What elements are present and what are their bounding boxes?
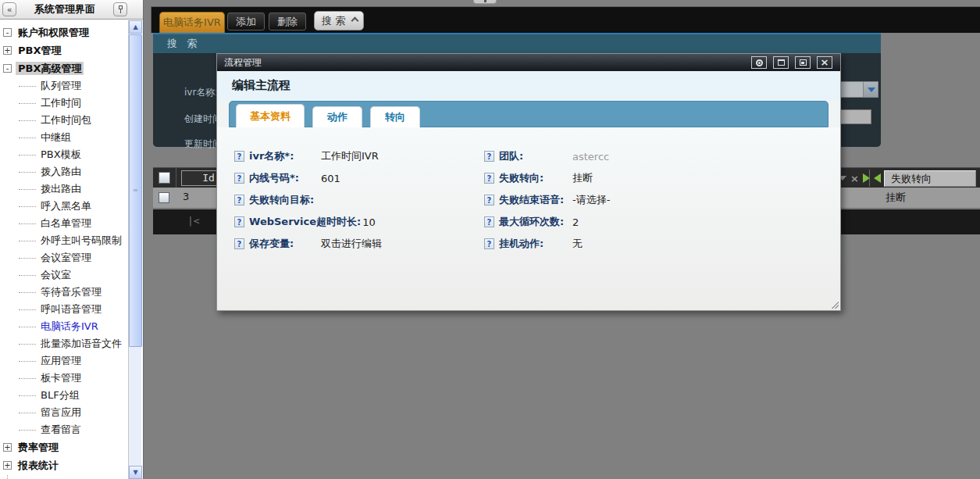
sidebar-item-blf-group[interactable]: BLF分组 <box>0 387 143 404</box>
field-fail-redirect: ? 失败转向: 挂断 <box>484 170 593 187</box>
sidebar-item-app-mgmt[interactable]: 应用管理 <box>0 352 143 370</box>
field-save-variables: ? 保存变量: 双击进行编辑 <box>234 235 382 252</box>
process-management-dialog: 流程管理 × 编辑主流程 基本资料 动作 转向 ? ivr名称*: 工作时间IV… <box>216 53 841 311</box>
collapse-left-icon: « <box>7 5 12 15</box>
help-icon[interactable]: ? <box>484 173 494 184</box>
field-max-loop-count: ? 最大循环次数: 2 <box>484 213 579 231</box>
tree-node-pbx-advanced[interactable]: - PBX高级管理 <box>0 59 143 77</box>
tab-redirect[interactable]: 转向 <box>370 106 420 127</box>
tree-node-accounts[interactable]: - 账户和权限管理 <box>0 23 143 41</box>
sidebar-item-batch-voice-files[interactable]: 批量添加语音文件 <box>0 335 143 352</box>
tree-node-rate-mgmt[interactable]: + 费率管理 <box>0 438 143 456</box>
sidebar-title: 系统管理界面 <box>16 2 113 16</box>
basic-info-form: ? ivr名称*: 工作时间IVR ? 内线号码*: 601 ? 失败转向目标:… <box>217 127 840 310</box>
column-drag-tools: × <box>839 168 870 188</box>
field-extension-number: ? 内线号码*: 601 <box>234 170 340 187</box>
column-header-fail-redirect[interactable]: 失败转向 <box>884 170 976 187</box>
tree-node-report-stats[interactable]: + 报表统计 <box>0 456 143 474</box>
field-webservice-timeout: ? WebService超时时长: 10 <box>234 213 376 231</box>
sidebar-item-queue-mgmt[interactable]: 队列管理 <box>0 77 143 95</box>
search-field-label-ivr-name: ivr名称: <box>184 86 218 99</box>
sidebar-header: « 系统管理界面 <box>0 0 143 20</box>
search-panel-title: 搜 索 <box>153 33 881 53</box>
sidebar-item-moh-mgmt[interactable]: 等待音乐管理 <box>0 284 143 301</box>
tree-minus-icon[interactable]: - <box>3 64 12 73</box>
sidebar-item-voice-mgmt[interactable]: 呼叫语音管理 <box>0 301 143 318</box>
close-button[interactable]: × <box>817 56 832 69</box>
column-divider <box>869 170 870 187</box>
chevron-down-icon[interactable] <box>863 82 878 97</box>
field-hangup-action: ? 挂机动作: 无 <box>484 235 583 252</box>
delete-button[interactable]: 删除 <box>269 13 306 30</box>
scroll-up-icon[interactable]: ▲ <box>129 20 142 34</box>
help-icon[interactable]: ? <box>234 238 244 249</box>
field-fail-redirect-target: ? 失败转向目标: <box>234 191 321 209</box>
sidebar-item-card-mgmt[interactable]: 板卡管理 <box>0 370 143 387</box>
help-icon[interactable]: ? <box>484 216 494 227</box>
row-checkbox[interactable] <box>159 192 169 203</box>
tree-plus-icon[interactable]: + <box>3 46 12 55</box>
help-icon[interactable]: ? <box>234 216 244 227</box>
cell-fail-redirect: 挂断 <box>886 191 906 205</box>
tree-node-pbx[interactable]: + PBX管理 <box>0 41 143 59</box>
sidebar-item-work-time[interactable]: 工作时间 <box>0 95 143 112</box>
sidebar-item-work-time-pack[interactable]: 工作时间包 <box>0 112 143 129</box>
help-icon[interactable]: ? <box>234 151 244 162</box>
tree-minus-icon[interactable]: - <box>3 28 12 37</box>
add-button[interactable]: 添加 <box>227 13 265 30</box>
sidebar-item-view-voicemail[interactable]: 查看留言 <box>0 421 143 438</box>
collapse-icon <box>756 59 763 66</box>
tree-plus-icon[interactable]: + <box>3 443 12 452</box>
sidebar-item-whitelist[interactable]: 白名单管理 <box>0 215 143 232</box>
scroll-grip-icon: ≡ <box>133 188 138 194</box>
sidebar-pin-button[interactable] <box>113 2 127 16</box>
maximize-button[interactable] <box>773 56 789 69</box>
sidebar-item-conference-mgmt[interactable]: 会议室管理 <box>0 249 143 266</box>
tree-plus-icon[interactable]: + <box>3 461 12 470</box>
sidebar-item-outbound-route[interactable]: 拨出路由 <box>0 181 143 198</box>
help-icon[interactable]: ? <box>234 173 244 184</box>
column-divider <box>176 168 176 188</box>
help-icon[interactable]: ? <box>484 151 494 162</box>
sidebar-collapse-button[interactable]: « <box>2 2 16 16</box>
sidebar: « 系统管理界面 - 账户和权限管理 + PBX管理 - PBX高级管理 队列管… <box>0 0 144 479</box>
help-icon[interactable]: ? <box>484 238 494 249</box>
dialog-body: 编辑主流程 基本资料 动作 转向 ? ivr名称*: 工作时间IVR ? 内线号… <box>217 71 840 310</box>
remove-column-icon[interactable]: × <box>850 173 859 184</box>
scrollbar-thumb[interactable]: ≡ <box>129 34 142 347</box>
sidebar-scrollbar[interactable]: ▲ ≡ ▼ <box>128 20 141 479</box>
north-panel-collapse-handle[interactable] <box>473 0 497 4</box>
chevron-up-icon <box>351 17 359 25</box>
tab-basic-info[interactable]: 基本资料 <box>236 104 305 127</box>
app-screen: « 系统管理界面 - 账户和权限管理 + PBX管理 - PBX高级管理 队列管… <box>0 0 980 479</box>
minimize-button[interactable] <box>795 56 811 69</box>
collapse-button[interactable] <box>751 56 767 69</box>
sidebar-item-pbx-template[interactable]: PBX模板 <box>0 146 143 163</box>
sidebar-item-trunk-group[interactable]: 中继组 <box>0 129 143 146</box>
minimize-icon <box>800 59 807 66</box>
search-toggle-button[interactable]: 搜 索 <box>314 11 364 30</box>
help-icon[interactable]: ? <box>234 195 244 206</box>
module-tab-ivr[interactable]: 电脑话务IVR <box>159 12 225 33</box>
toolbar: 电脑话务IVR 添加 删除 搜 索 <box>151 6 980 33</box>
first-page-icon[interactable]: |< <box>187 215 200 227</box>
field-ivr-name: ? ivr名称*: 工作时间IVR <box>234 148 379 165</box>
field-team: ? 团队: astercc <box>484 148 609 165</box>
page-title: 编辑主流程 <box>232 78 290 93</box>
sidebar-item-conference[interactable]: 会议室 <box>0 266 143 284</box>
sidebar-item-inbound-route[interactable]: 拨入路由 <box>0 163 143 181</box>
cell-id: 3 <box>183 191 189 202</box>
close-icon: × <box>821 58 829 67</box>
maximize-icon <box>778 59 785 66</box>
sidebar-item-ivr[interactable]: 电脑话务IVR <box>0 318 143 335</box>
scroll-down-icon[interactable]: ▼ <box>129 466 142 479</box>
drop-arrow-left-icon <box>874 173 881 183</box>
sidebar-item-callerid-limit[interactable]: 外呼主叫号码限制 <box>0 232 143 249</box>
dialog-tools: × <box>751 56 832 69</box>
sidebar-item-blacklist[interactable]: 呼入黑名单 <box>0 198 143 215</box>
dialog-titlebar[interactable]: 流程管理 × <box>217 54 840 71</box>
tab-actions[interactable]: 动作 <box>312 106 362 127</box>
help-icon[interactable]: ? <box>484 195 494 206</box>
select-all-checkbox[interactable] <box>159 172 170 184</box>
sidebar-item-voicemail-app[interactable]: 留言应用 <box>0 404 143 421</box>
